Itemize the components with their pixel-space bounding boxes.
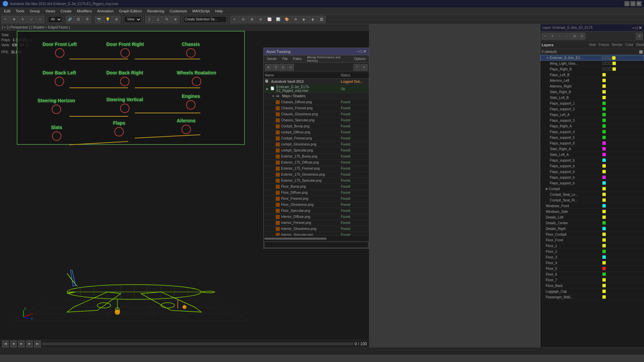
list-item[interactable]: Exterior_175_Diffuse.png Found [264,160,369,166]
snap-spinner-btn[interactable]: ⊕ [171,16,179,23]
graph-node-door-back-right[interactable]: Door Back Right [106,70,143,86]
layer-row[interactable]: Cockpit_Seat_Ri... [540,197,644,203]
asset-help-btn[interactable]: ? [354,64,360,71]
layer-row[interactable]: Flaps_support_b [540,158,644,163]
named-sel-btn[interactable]: ≡ [230,16,238,23]
layers-deselect-btn[interactable]: ⊟ [579,33,585,40]
minimize-button[interactable]: ─ [625,1,629,6]
layer-row[interactable]: Ailerons_Left [540,78,644,83]
asset-tab-bitmap-perf[interactable]: Bitmap Performance and Memory [305,55,351,63]
layers-down-btn[interactable]: ↓ [564,33,571,40]
layer-row[interactable]: Floor_Cockpit [540,232,644,237]
asset-panel-maximize[interactable]: □ [360,49,363,54]
list-item[interactable]: Chassis_Diffuse.png Found [264,99,369,105]
graph-node-chassis[interactable]: Chassis [182,42,200,58]
active-shade-btn[interactable]: ◐ [309,16,317,23]
mirror-btn[interactable]: ⊟ [239,16,247,23]
close-button[interactable]: ✕ [637,1,641,6]
list-item[interactable]: Cockpit_Fresnel.png Found [264,135,369,141]
asset-list-btn[interactable]: ☰ [272,64,279,71]
layer-render-icon[interactable] [609,57,611,59]
menu-create[interactable]: Create [58,8,74,14]
layer-row[interactable]: Passenger_Wall... [540,294,644,300]
list-item[interactable]: Floor_Fresnel.png Found [264,196,369,202]
list-item[interactable]: Floor_Diffuse.png Found [264,190,369,196]
list-item[interactable]: Interior_Fresnel.png Found [264,220,369,226]
layer-row[interactable]: Slats_Right_A [540,146,644,152]
list-item[interactable]: Interior_Glossiness.png Found [264,226,369,232]
asset-panel-minimize[interactable]: ─ [357,49,360,54]
layer-row[interactable]: Flaps_support_b [540,169,644,175]
maximize-button[interactable]: □ [631,1,635,6]
list-item[interactable]: Floor_Glossiness.png Found [264,202,369,208]
list-item[interactable]: Interior_Specular.png Found [264,232,369,236]
list-item[interactable]: Exterior_175_Glossiness.png Found [264,172,369,178]
asset-tab-server[interactable]: Server [265,56,279,61]
layer-row[interactable]: Floor_Back [540,283,644,289]
layer-row[interactable]: Flaps_Left_B [540,72,644,78]
asset-expand-btn[interactable]: ⊞ [265,64,272,71]
layer-row[interactable]: Floor_Front [540,237,644,243]
graph-node-steering-horizon[interactable]: Steering Horizon [38,98,75,114]
schematic-btn[interactable]: 📊 [274,16,282,23]
curve-editor-btn[interactable]: 📈 [265,16,273,23]
asset-scrollbar[interactable] [264,236,369,241]
camera-btn[interactable]: 📷 [95,16,103,23]
default-layer-row[interactable]: 0 (default) [540,49,644,55]
layer-color-dot[interactable] [612,56,615,60]
render-setup-btn[interactable]: ⚙ [291,16,300,23]
list-item[interactable]: Exterior_175_Fresnel.png Found [264,166,369,172]
list-item[interactable]: Chassis_Fresnel.png Found [264,105,369,111]
layer-row[interactable]: Details_Center [540,220,644,226]
bind-btn[interactable]: Φ [83,16,91,23]
snap-2d-btn[interactable]: 2 [145,16,153,23]
graph-node-door-back-left[interactable]: Door Back Left [43,70,76,86]
snap-angle-btn[interactable]: ∠ [154,16,162,23]
scale-tool-btn[interactable]: ⤢ [28,16,36,23]
layer-row[interactable]: Slats_Left_B [540,95,644,101]
graph-node-steering-vertical[interactable]: Steering Vertical [106,97,143,113]
layers-settings-btn[interactable]: ⚙ [636,33,643,40]
menu-tools[interactable]: Tools [13,8,27,14]
select-view-btn[interactable]: ⊞ [112,16,120,23]
layers-select-all-btn[interactable]: ⊞ [571,33,578,40]
list-item[interactable]: Exterior_175_Specular.png Found [264,178,369,184]
asset-tab-paths[interactable]: Paths [291,56,304,61]
layer-row-details-right[interactable]: Details_Right [540,226,644,232]
layers-list[interactable]: ▼ Embraer_E-Jets_E2... Wing_Light_Glas..… [540,55,644,355]
list-item[interactable]: Floor_Bump.png Found [264,184,369,190]
layers-add-btn[interactable]: + [542,33,548,40]
graph-node-flaps[interactable]: Flaps [113,120,125,136]
menu-animation[interactable]: Animation [95,8,116,14]
layer-row[interactable]: Flaps_Right_A [540,123,644,129]
asset-file-row[interactable]: ▶ 📄 Embraer_E-Jet_E175-E2_Rigged_vray.ma… [264,85,369,93]
layer-row[interactable]: Flaps_support_6 [540,140,644,146]
selection-set-input[interactable] [183,16,227,23]
layer-row[interactable]: Cockpit_Seat_Le... [540,192,644,197]
select-tool-btn[interactable]: ↖ [1,16,9,23]
move-tool-btn[interactable]: ✥ [10,16,18,23]
graph-node-engines[interactable]: Engines [182,94,200,110]
layers-delete-btn[interactable]: ✕ [549,33,556,40]
graph-node-slats[interactable]: Slats [51,125,62,141]
asset-tab-file[interactable]: File [280,56,289,61]
layer-row[interactable]: Flaps_support_b [540,163,644,169]
timeline-prev-btn[interactable]: ◀ [10,341,17,347]
layer-row[interactable]: Flaps_support_b [540,180,644,186]
list-item[interactable]: Chassis_Glossiness.png Found [264,111,369,117]
menu-help[interactable]: Help [213,8,226,14]
rotate-tool-btn[interactable]: ↻ [19,16,27,23]
timeline-end-btn[interactable]: ▶| [34,341,41,347]
list-item[interactable]: cockpit_Specular.png Found [264,147,369,154]
layer-row[interactable]: Floor_1 [540,243,644,249]
graph-node-ailerons[interactable]: Ailerons [177,118,196,134]
menu-customize[interactable]: Customize [167,8,190,14]
layer-row[interactable]: Ailerons_Right [540,83,644,89]
menu-views[interactable]: Views [43,8,58,14]
layers-minimize-btn[interactable]: ─ [632,25,635,30]
layers-close-btn[interactable]: ✕ [639,25,642,30]
asset-grid-btn[interactable]: ⊟ [280,64,286,71]
layer-row[interactable]: Slats_Left_A [540,152,644,158]
menu-rendering[interactable]: Rendering [145,8,167,14]
layer-row[interactable]: Flaps_support_b [540,175,644,180]
